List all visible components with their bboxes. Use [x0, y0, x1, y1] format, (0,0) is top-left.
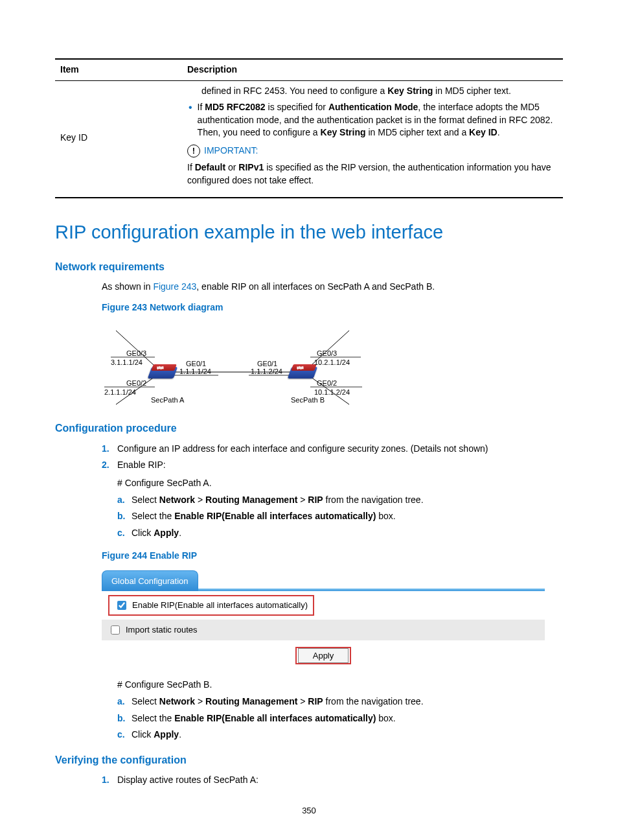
apply-button[interactable]: Apply	[298, 648, 349, 663]
note-pre: If	[187, 162, 195, 172]
bullet-b4: Key ID	[469, 127, 498, 137]
bullet-icon: •	[189, 102, 192, 113]
sub-b2-pre: Select the	[132, 713, 174, 723]
sub-b2-marker: b.	[117, 712, 132, 725]
sub-b-pre: Select the	[132, 511, 174, 521]
sub-c-pre: Click	[132, 528, 154, 538]
section-heading: RIP configuration example in the web int…	[55, 219, 563, 246]
sub-c2-post: .	[179, 729, 181, 740]
bullet-mid3: in MD5 cipher text and a	[366, 127, 470, 137]
label-ip03-a: 3.1.1.1/24	[111, 358, 143, 368]
label-ip01-b: 1.1.1.2/24	[251, 367, 282, 377]
label-ip01-a: 1.1.1.1/24	[179, 367, 211, 377]
import-static-routes-checkbox[interactable]	[111, 625, 120, 635]
sub-a2-b1: Network	[159, 696, 195, 706]
bullet-b2: Authentication Mode	[328, 102, 418, 112]
table-header-description: Description	[182, 59, 563, 80]
sub-a2-post: from the navigation tree.	[323, 696, 424, 706]
sub-a-post: from the navigation tree.	[323, 495, 424, 505]
note-mid1: or	[225, 162, 238, 172]
page-number: 350	[55, 805, 563, 817]
bullet-pre: If	[198, 102, 205, 112]
verify-step-1-marker: 1.	[102, 774, 117, 787]
verify-step-1-text: Display active routes of SecPath A:	[117, 774, 563, 787]
sub-c2-b1: Apply	[154, 729, 179, 740]
sub-c2-marker: c.	[117, 729, 132, 741]
sub-b-post: box.	[376, 511, 395, 521]
sub-a-gt2: >	[297, 495, 308, 505]
sub-a2-gt1: >	[195, 696, 205, 706]
sub-a-marker: a.	[117, 494, 132, 507]
step-2-text: Enable RIP:	[117, 460, 166, 470]
tab-global-configuration[interactable]: Global Configuration	[102, 570, 198, 591]
sub-a-b3: RIP	[308, 495, 323, 505]
configure-secpath-b: # Configure SecPath B.	[117, 679, 563, 692]
label-ip03-b: 10.2.1.1/24	[314, 358, 350, 368]
sub-c-post: .	[179, 528, 181, 538]
enable-rip-label: Enable RIP(Enable all interfaces automat…	[132, 600, 308, 611]
sub-c2-pre: Click	[132, 729, 154, 740]
router-b-icon: ⇄⇄	[290, 364, 315, 379]
subsection-verifying: Verifying the configuration	[55, 753, 563, 767]
sub-a-b1: Network	[159, 495, 195, 505]
subsection-network-requirements: Network requirements	[55, 260, 563, 274]
configure-secpath-a: # Configure SecPath A.	[117, 477, 563, 490]
note-b2: RIPv1	[238, 162, 264, 172]
import-static-routes-label: Import static routes	[126, 624, 198, 636]
step-1-text: Configure an IP address for each interfa…	[117, 443, 563, 456]
sub-c-marker: c.	[117, 527, 132, 540]
table-desc-cell: defined in RFC 2453. You need to configu…	[182, 80, 563, 198]
bullet-mid1: is specified for	[266, 102, 328, 112]
figure-243-caption: Figure 243 Network diagram	[102, 301, 563, 314]
important-icon: !	[187, 145, 200, 158]
figure-244-caption: Figure 244 Enable RIP	[102, 550, 563, 563]
bullet-post: .	[498, 127, 500, 137]
step-2-marker: 2.	[102, 459, 117, 543]
router-a-icon: ⇄⇄	[150, 364, 176, 379]
important-label: IMPORTANT:	[204, 145, 258, 158]
bullet-b3: Key String	[321, 127, 366, 137]
sub-a2-marker: a.	[117, 695, 132, 708]
sub-a2-b2: Routing Management	[205, 696, 297, 706]
description-table: Item Description Key ID defined in RFC 2…	[55, 58, 563, 198]
sub-c-b1: Apply	[154, 528, 179, 538]
sub-a2-b3: RIP	[308, 696, 323, 706]
network-diagram: ⇄⇄ ⇄⇄ GE0/3 3.1.1.1/24 GE0/2 2.1.1.1/24 …	[103, 319, 369, 410]
sub-b-b1: Enable RIP(Enable all interfaces automat…	[174, 511, 376, 521]
bullet-b1: MD5 RFC2082	[205, 102, 265, 112]
sub-a-b2: Routing Management	[205, 495, 297, 505]
desc-para1-post: in MD5 cipher text.	[433, 86, 511, 96]
desc-para1-pre: defined in RFC 2453. You need to configu…	[201, 86, 387, 96]
desc-para1-bold: Key String	[387, 86, 433, 96]
enable-rip-checkbox[interactable]	[117, 601, 126, 610]
netreq-pre: As shown in	[102, 281, 153, 292]
enable-rip-screenshot: Global Configuration Enable RIP(Enable a…	[102, 568, 545, 668]
sub-a2-pre: Select	[132, 696, 159, 706]
step-1-marker: 1.	[102, 443, 117, 456]
sub-a-gt1: >	[195, 495, 205, 505]
subsection-config-procedure: Configuration procedure	[55, 421, 563, 436]
sub-b-marker: b.	[117, 510, 132, 523]
label-name-b: SecPath B	[291, 395, 325, 405]
netreq-post: , enable RIP on all interfaces on SecPat…	[196, 281, 435, 292]
sub-b2-post: box.	[376, 713, 395, 723]
sub-a-pre: Select	[132, 495, 159, 505]
table-item-cell: Key ID	[55, 80, 182, 198]
figure-243-link[interactable]: Figure 243	[153, 281, 196, 292]
label-name-a: SecPath A	[151, 395, 184, 405]
sub-b2-b1: Enable RIP(Enable all interfaces automat…	[174, 713, 376, 723]
table-header-item: Item	[55, 59, 182, 80]
sub-a2-gt2: >	[297, 696, 308, 706]
note-b1: Default	[195, 162, 225, 172]
label-ip02-a: 2.1.1.1/24	[104, 388, 136, 397]
